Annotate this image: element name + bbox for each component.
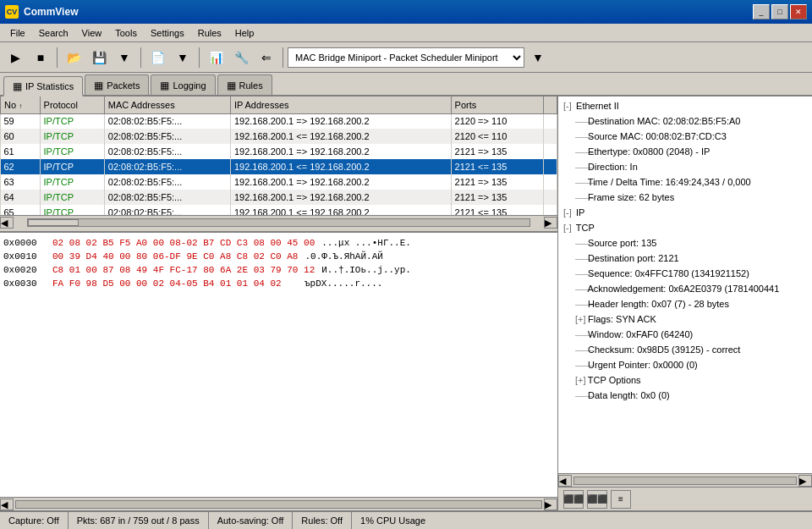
hscroll-left[interactable]: ◀ — [0, 217, 14, 229]
tree-expand-icon[interactable]: [+] — [575, 373, 585, 387]
status-cpu: 1% CPU Usage — [352, 512, 434, 529]
stats-button[interactable]: 📊 — [204, 46, 228, 69]
tree-hscroll-right[interactable]: ▶ — [798, 475, 812, 487]
tree-node[interactable]: [-] TCP — [560, 220, 810, 235]
col-no[interactable]: No ↑ — [1, 96, 41, 113]
title-bar: CV CommView _ □ ✕ — [0, 0, 812, 24]
device-drop[interactable]: ▼ — [526, 46, 550, 69]
col-ports[interactable]: Ports — [451, 96, 543, 113]
minimize-button[interactable]: _ — [753, 4, 770, 19]
tab-rules-label: Rules — [239, 80, 263, 91]
menu-settings[interactable]: Settings — [144, 26, 191, 40]
table-row[interactable]: 60IP/TCP02:08:02:B5:F5:...192.168.200.1 … — [1, 129, 557, 144]
tree-node: —— Direction: In — [560, 159, 810, 174]
tree-node-text: Acknowledgement: 0x6A2E0379 (1781400441 — [585, 284, 779, 294]
tab-ip-statistics[interactable]: ▦ IP Statistics — [3, 76, 83, 96]
tree-leaf-icon: —— — [575, 328, 585, 341]
new-button[interactable]: 📄 — [145, 46, 169, 69]
tree-leaf-icon: —— — [575, 251, 585, 265]
cell: 2120 => 110 — [451, 113, 543, 129]
tab-packets-icon: ▦ — [94, 80, 103, 91]
menu-file[interactable]: File — [3, 26, 32, 40]
tree-hscroll-track[interactable] — [573, 477, 797, 485]
separator-2 — [140, 47, 141, 68]
menu-rules[interactable]: Rules — [191, 26, 228, 40]
tree-leaf-icon: —— — [575, 145, 585, 158]
tree-expand-icon[interactable]: [-] — [563, 206, 573, 219]
save-button[interactable]: 💾 — [87, 46, 111, 69]
tree-leaf-icon: —— — [575, 343, 585, 356]
tabs-bar: ▦ IP Statistics ▦ Packets ▦ Logging ▦ Ru… — [0, 73, 812, 96]
cell: 2121 => 135 — [451, 190, 543, 205]
tree-leaf-icon: —— — [575, 175, 585, 189]
cell: 02:08:02:B5:F5:... — [104, 113, 230, 129]
right-panel: [-] Ethernet II—— Destination MAC: 02:08… — [558, 96, 812, 510]
tree-node-text: Source MAC: 00:08:02:B7:CD:C3 — [585, 131, 727, 141]
tree-hscroll-left[interactable]: ◀ — [558, 475, 572, 487]
rtool-btn-3[interactable]: ≡ — [611, 490, 631, 509]
cell: 63 — [1, 174, 41, 190]
status-packets: Pkts: 687 in / 759 out / 8 pass — [69, 512, 209, 529]
table-row[interactable]: 62IP/TCP02:08:02:B5:F5:...192.168.200.1 … — [1, 159, 557, 174]
cell-filler — [544, 144, 557, 159]
open-button[interactable]: 📂 — [62, 46, 85, 69]
hscroll-right[interactable]: ▶ — [544, 217, 557, 229]
stop-button[interactable]: ■ — [29, 46, 52, 69]
tree-leaf-icon: —— — [575, 297, 585, 311]
tree-node[interactable]: [-] Ethernet II — [560, 98, 810, 113]
table-row[interactable]: 61IP/TCP02:08:02:B5:F5:...192.168.200.1 … — [1, 144, 557, 159]
rules-button[interactable]: ⇐ — [255, 46, 278, 69]
tree-node: —— Destination MAC: 02:08:02:B5:F5:A0 — [560, 113, 810, 129]
col-mac[interactable]: MAC Addresses — [104, 96, 230, 113]
tree-node[interactable]: [+] Flags: SYN ACK — [560, 311, 810, 327]
cell: 2121 <= 135 — [451, 205, 543, 215]
cell: 192.168.200.1 => 192.168.200.2 — [230, 174, 451, 190]
tree-node: —— Checksum: 0x98D5 (39125) - correct — [560, 342, 810, 357]
tree-node[interactable]: [+] TCP Options — [560, 372, 810, 388]
device-select[interactable]: MAC Bridge Miniport - Packet Scheduler M… — [288, 47, 524, 68]
table-row[interactable]: 63IP/TCP02:08:02:B5:F5:...192.168.200.1 … — [1, 174, 557, 190]
tab-logging[interactable]: ▦ Logging — [151, 74, 215, 95]
tree-node[interactable]: [-] IP — [560, 205, 810, 220]
menu-search[interactable]: Search — [32, 26, 75, 40]
hex-hscroll-right[interactable]: ▶ — [544, 499, 557, 510]
hscroll-thumb[interactable] — [28, 219, 79, 226]
tree-expand-icon[interactable]: [+] — [575, 312, 585, 326]
tab-packets[interactable]: ▦ Packets — [85, 74, 149, 95]
menu-tools[interactable]: Tools — [108, 26, 144, 40]
col-protocol[interactable]: Protocol — [40, 96, 104, 113]
left-bottom-scroll[interactable]: ◀ ▶ — [0, 497, 557, 510]
table-row[interactable]: 65IP/TCP02:08:02:B5:F5:...192.168.200.1 … — [1, 205, 557, 215]
col-ip[interactable]: IP Addresses — [230, 96, 451, 113]
tree-node: —— Frame size: 62 bytes — [560, 190, 810, 205]
maximize-button[interactable]: □ — [771, 4, 788, 19]
tree-expand-icon[interactable]: [-] — [563, 99, 573, 113]
tree-node-text: Data length: 0x0 (0) — [585, 390, 670, 400]
right-bottom-scroll[interactable]: ◀ ▶ — [558, 473, 812, 487]
rtool-btn-2[interactable]: ⬛⬛ — [587, 490, 607, 509]
reconstruct-button[interactable]: 🔧 — [229, 46, 253, 69]
tab-rules[interactable]: ▦ Rules — [217, 74, 272, 95]
tree-node: —— Data length: 0x0 (0) — [560, 388, 810, 403]
tree-expand-icon[interactable]: [-] — [563, 221, 573, 234]
menu-help[interactable]: Help — [228, 26, 261, 40]
hscroll-track[interactable] — [27, 218, 530, 227]
packet-hscroll[interactable]: ◀ ▶ — [0, 215, 557, 229]
tree-leaf-icon: —— — [575, 236, 585, 250]
packet-table-scroll[interactable]: No ↑ Protocol MAC Addresses IP Addresses… — [0, 96, 557, 215]
menu-view[interactable]: View — [75, 26, 109, 40]
tree-area[interactable]: [-] Ethernet II—— Destination MAC: 02:08… — [558, 96, 812, 473]
play-button[interactable]: ▶ — [3, 46, 27, 69]
hex-hscroll-left[interactable]: ◀ — [0, 499, 14, 510]
cell: 64 — [1, 190, 41, 205]
table-row[interactable]: 59IP/TCP02:08:02:B5:F5:...192.168.200.1 … — [1, 113, 557, 129]
new-drop[interactable]: ▼ — [171, 46, 195, 69]
hex-hscroll-track[interactable] — [15, 500, 542, 509]
tree-node-text: TCP Options — [585, 375, 641, 385]
rtool-btn-1[interactable]: ⬛⬛ — [563, 490, 584, 509]
table-row[interactable]: 64IP/TCP02:08:02:B5:F5:...192.168.200.1 … — [1, 190, 557, 205]
save-drop[interactable]: ▼ — [112, 46, 136, 69]
close-button[interactable]: ✕ — [790, 4, 807, 19]
cell: 02:08:02:B5:F5:... — [104, 159, 230, 174]
tree-node-text: Source port: 135 — [585, 238, 656, 248]
